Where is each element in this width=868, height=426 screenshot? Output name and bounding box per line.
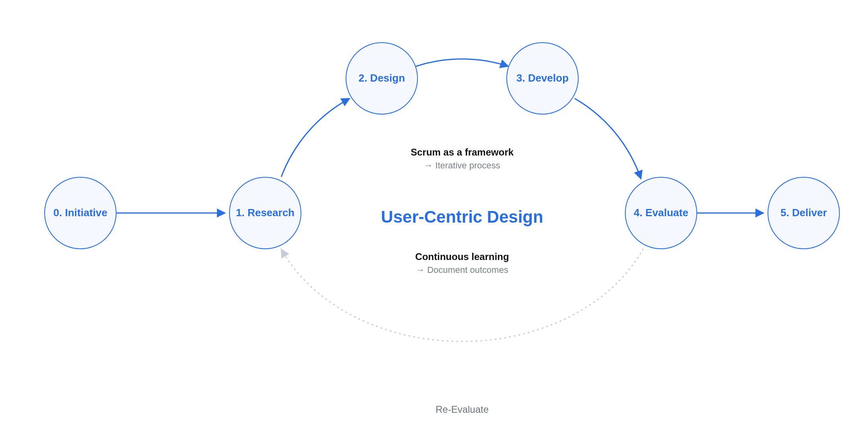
node-develop: 3. Develop <box>506 42 579 115</box>
arrow-right-icon: → <box>424 160 433 170</box>
node-design: 2. Design <box>346 42 418 115</box>
connector-1-2 <box>281 98 350 177</box>
top-note: Scrum as a framework →Iterative process <box>411 147 514 171</box>
bottom-note-sub: →Document outcomes <box>415 265 509 275</box>
top-note-sub: →Iterative process <box>411 160 514 171</box>
node-evaluate-label: 4. Evaluate <box>631 207 692 219</box>
return-label: Re-Evaluate <box>436 404 489 415</box>
node-research-label: 1. Research <box>233 207 298 219</box>
bottom-note: Continuous learning →Document outcomes <box>415 251 509 275</box>
center-title-block: User-Centric Design <box>381 207 543 227</box>
diagram-canvas: 0. Initiative 1. Research 2. Design 3. D… <box>0 0 868 426</box>
node-deliver-label: 5. Deliver <box>777 207 830 219</box>
connector-3-4 <box>575 98 641 179</box>
node-develop-label: 3. Develop <box>513 72 572 84</box>
node-initiative-label: 0. Initiative <box>50 207 111 219</box>
node-research: 1. Research <box>229 177 301 249</box>
bottom-note-heading: Continuous learning <box>415 251 509 262</box>
center-title: User-Centric Design <box>381 207 543 227</box>
node-deliver: 5. Deliver <box>768 177 840 249</box>
node-design-label: 2. Design <box>355 72 408 84</box>
node-initiative: 0. Initiative <box>44 177 117 249</box>
top-note-heading: Scrum as a framework <box>411 147 514 158</box>
node-evaluate: 4. Evaluate <box>625 177 697 249</box>
arrow-right-icon: → <box>416 265 425 275</box>
connector-2-3 <box>416 59 508 66</box>
